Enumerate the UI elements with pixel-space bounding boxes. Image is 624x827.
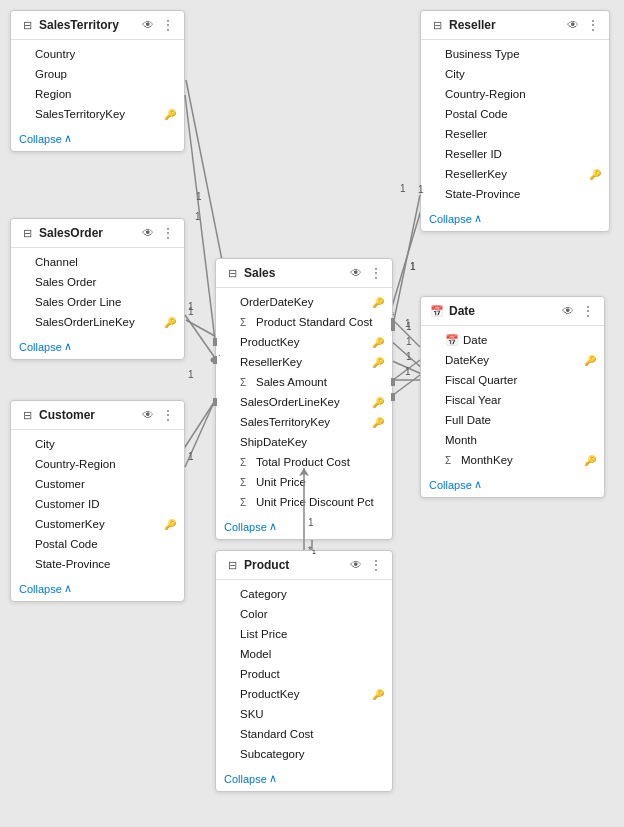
svg-text:1: 1 (196, 191, 202, 202)
table-customer: ⊟ Customer 👁 ⋮ City Country-Region Custo… (10, 400, 185, 602)
field-row: Postal Code (421, 104, 609, 124)
collapse-salesorder[interactable]: Collapse ∧ (11, 336, 184, 359)
field-row: Color (216, 604, 392, 624)
svg-text:1: 1 (405, 318, 411, 329)
more-icon-customer[interactable]: ⋮ (160, 407, 176, 423)
field-row: ResellerKey 🔑 (421, 164, 609, 184)
field-row: Fiscal Quarter (421, 370, 604, 390)
collapse-date[interactable]: Collapse ∧ (421, 474, 604, 497)
table-icon-salesterritory: ⊟ (19, 17, 35, 33)
table-title-customer: Customer (39, 408, 136, 422)
field-row: SalesTerritoryKey 🔑 (11, 104, 184, 124)
field-row: Customer ID (11, 494, 184, 514)
table-title-date: Date (449, 304, 556, 318)
field-row: Business Type (421, 44, 609, 64)
field-row: CustomerKey 🔑 (11, 514, 184, 534)
field-row: Reseller (421, 124, 609, 144)
field-row: Σ MonthKey 🔑 (421, 450, 604, 470)
more-icon-salesorder[interactable]: ⋮ (160, 225, 176, 241)
field-row: Reseller ID (421, 144, 609, 164)
field-row: List Price (216, 624, 392, 644)
field-row: City (421, 64, 609, 84)
key-icon: 🔑 (584, 355, 596, 366)
key-icon: 🔑 (372, 357, 384, 368)
visibility-icon-product[interactable]: 👁 (348, 557, 364, 573)
more-icon-sales[interactable]: ⋮ (368, 265, 384, 281)
key-icon: 🔑 (164, 109, 176, 120)
fields-sales: OrderDateKey 🔑 Σ Product Standard Cost P… (216, 288, 392, 516)
visibility-icon-reseller[interactable]: 👁 (565, 17, 581, 33)
table-title-salesterritory: SalesTerritory (39, 18, 136, 32)
field-row: Σ Total Product Cost (216, 452, 392, 472)
svg-line-12 (390, 340, 424, 370)
svg-text:1: 1 (188, 301, 194, 312)
field-row: Postal Code (11, 534, 184, 554)
collapse-reseller[interactable]: Collapse ∧ (421, 208, 609, 231)
svg-line-28 (185, 95, 215, 340)
svg-line-31 (185, 315, 215, 358)
svg-text:1: 1 (188, 306, 194, 317)
field-row: Country-Region (11, 454, 184, 474)
svg-text:1: 1 (195, 211, 201, 222)
fields-product: Category Color List Price Model Product … (216, 580, 392, 768)
table-reseller: ⊟ Reseller 👁 ⋮ Business Type City Countr… (420, 10, 610, 232)
collapse-product[interactable]: Collapse ∧ (216, 768, 392, 791)
field-row: Σ Product Standard Cost (216, 312, 392, 332)
field-row: Σ Unit Price (216, 472, 392, 492)
visibility-icon-customer[interactable]: 👁 (140, 407, 156, 423)
collapse-sales[interactable]: Collapse ∧ (216, 516, 392, 539)
field-row: Model (216, 644, 392, 664)
table-title-product: Product (244, 558, 344, 572)
fields-salesterritory: Country Group Region SalesTerritoryKey 🔑 (11, 40, 184, 128)
field-row: SalesOrderLineKey 🔑 (216, 392, 392, 412)
svg-line-39 (393, 195, 420, 325)
more-icon-product[interactable]: ⋮ (368, 557, 384, 573)
fields-date: 📅 Date DateKey 🔑 Fiscal Quarter Fiscal Y… (421, 326, 604, 474)
svg-text:1: 1 (188, 369, 194, 380)
field-row: Fiscal Year (421, 390, 604, 410)
svg-text:1: 1 (406, 351, 412, 362)
field-row: Σ Unit Price Discount Pct (216, 492, 392, 512)
field-row: DateKey 🔑 (421, 350, 604, 370)
more-icon-reseller[interactable]: ⋮ (585, 17, 601, 33)
field-row: ProductKey 🔑 (216, 684, 392, 704)
svg-text:1: 1 (410, 261, 416, 272)
field-row: ResellerKey 🔑 (216, 352, 392, 372)
visibility-icon-salesorder[interactable]: 👁 (140, 225, 156, 241)
field-row: Country (11, 44, 184, 64)
table-title-salesorder: SalesOrder (39, 226, 136, 240)
field-row: SalesOrderLineKey 🔑 (11, 312, 184, 332)
collapse-salesterritory[interactable]: Collapse ∧ (11, 128, 184, 151)
field-row: Subcategory (216, 744, 392, 764)
fields-customer: City Country-Region Customer Customer ID… (11, 430, 184, 578)
table-icon-reseller: ⊟ (429, 17, 445, 33)
svg-line-49 (393, 375, 420, 395)
table-icon-sales: ⊟ (224, 265, 240, 281)
table-icon-date: 📅 (429, 303, 445, 319)
field-row: Full Date (421, 410, 604, 430)
svg-text:1: 1 (405, 366, 411, 377)
svg-line-36 (185, 400, 215, 467)
key-icon: 🔑 (372, 689, 384, 700)
visibility-icon-date[interactable]: 👁 (560, 303, 576, 319)
field-row: Σ Sales Amount (216, 372, 392, 392)
field-row: State-Province (11, 554, 184, 574)
more-icon-date[interactable]: ⋮ (580, 303, 596, 319)
field-row: ShipDateKey (216, 432, 392, 452)
collapse-customer[interactable]: Collapse ∧ (11, 578, 184, 601)
field-row: Sales Order Line (11, 292, 184, 312)
key-icon: 🔑 (589, 169, 601, 180)
fields-salesorder: Channel Sales Order Sales Order Line Sal… (11, 248, 184, 336)
field-row: OrderDateKey 🔑 (216, 292, 392, 312)
field-row: Sales Order (11, 272, 184, 292)
more-icon-salesterritory[interactable]: ⋮ (160, 17, 176, 33)
visibility-icon-salesterritory[interactable]: 👁 (140, 17, 156, 33)
fields-reseller: Business Type City Country-Region Postal… (421, 40, 609, 208)
key-icon: 🔑 (372, 397, 384, 408)
field-row: Customer (11, 474, 184, 494)
svg-text:1: 1 (406, 336, 412, 347)
key-icon: 🔑 (372, 337, 384, 348)
visibility-icon-sales[interactable]: 👁 (348, 265, 364, 281)
field-row: Product (216, 664, 392, 684)
table-salesterritory: ⊟ SalesTerritory 👁 ⋮ Country Group Regio… (10, 10, 185, 152)
